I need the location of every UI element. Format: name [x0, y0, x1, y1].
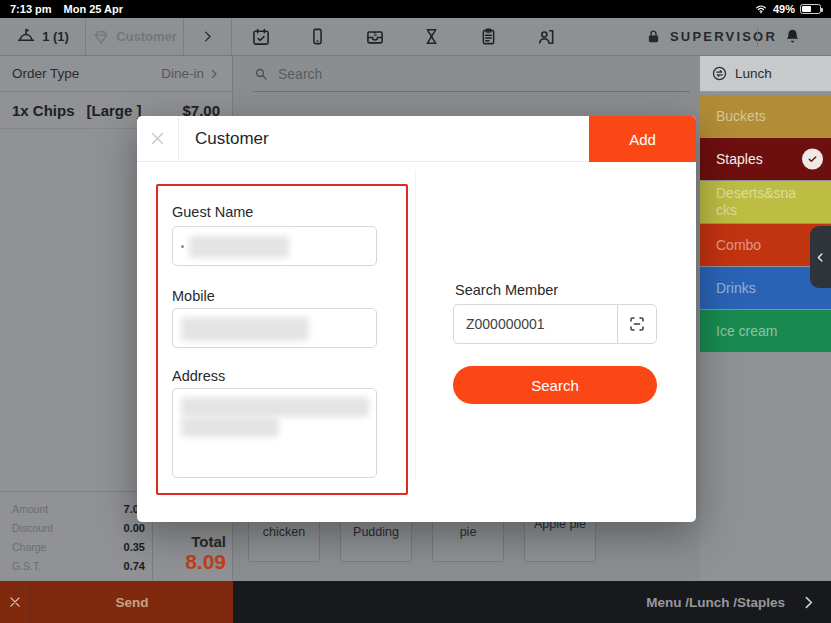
battery-icon [800, 4, 821, 14]
switch-menu-icon [711, 65, 728, 82]
send-button[interactable]: Send [31, 581, 233, 623]
reports-button[interactable] [460, 18, 517, 55]
clock: 7:13 pm [10, 3, 52, 15]
gem-icon [92, 28, 110, 46]
total-row-discount: Discount0.00 [0, 518, 152, 537]
cash-drawer-icon: $ [365, 27, 385, 47]
modal-title: Customer [195, 129, 269, 149]
redacted-text [181, 317, 309, 341]
status-bar: 7:13 pm Mon 25 Apr 49% [0, 0, 831, 18]
item-qty-name: 1x Chips [12, 102, 75, 119]
dish-cloche-icon [16, 27, 36, 47]
category-buckets[interactable]: Buckets [700, 95, 831, 137]
lock-icon [645, 28, 662, 45]
mobile-input[interactable] [172, 308, 377, 348]
send-section: Send [0, 581, 233, 623]
bell-icon [783, 27, 802, 46]
phone-icon [308, 27, 327, 46]
notifications-button[interactable] [772, 18, 812, 55]
covers-count: 1 (1) [42, 29, 69, 44]
member-search-button[interactable]: Search [453, 366, 657, 404]
menu-name: Lunch [735, 66, 772, 81]
member-button[interactable] [517, 18, 574, 55]
menu-selector[interactable]: Lunch [700, 56, 831, 92]
bottom-bar: Send Menu /Lunch /Staples [0, 581, 831, 623]
scan-icon [628, 315, 646, 333]
category-sidebar: Lunch Buckets Staples Deserts&snacks Com… [700, 56, 831, 580]
chevron-right-icon [800, 594, 817, 611]
modal-close-button[interactable] [137, 116, 179, 161]
member-card-icon [536, 27, 556, 47]
grand-total-label: Total [191, 533, 226, 550]
customer-tab-label: Customer [116, 29, 177, 44]
search-placeholder: Search [278, 66, 322, 82]
top-toolbar: 1 (1) Customer $ SUPERVISOR [0, 18, 831, 56]
redacted-text [181, 245, 184, 248]
guest-name-label: Guest Name [172, 204, 253, 220]
wifi-icon [754, 3, 768, 15]
customer-modal: Customer Add Guest Name Mobile Address S… [137, 116, 696, 522]
redacted-text [181, 397, 369, 417]
toolbar-divider [757, 27, 758, 47]
category-ice-cream[interactable]: Ice cream [700, 310, 831, 352]
selected-check-badge [802, 149, 823, 170]
device-button[interactable] [289, 18, 346, 55]
expand-tabs-button[interactable] [184, 18, 232, 55]
breadcrumb-next-button[interactable] [800, 581, 817, 623]
chevron-right-icon [200, 29, 215, 44]
category-staples[interactable]: Staples [700, 138, 831, 180]
customer-tab[interactable]: Customer [86, 18, 184, 55]
clear-order-button[interactable] [0, 581, 31, 623]
redacted-text [189, 236, 289, 258]
address-label: Address [172, 368, 225, 384]
date: Mon 25 Apr [64, 3, 124, 15]
guest-name-input[interactable] [172, 226, 377, 266]
close-icon [8, 595, 22, 609]
clipboard-icon [479, 27, 498, 46]
hourglass-icon [422, 27, 441, 46]
search-member-label: Search Member [455, 282, 558, 298]
current-user: SUPERVISOR [670, 29, 777, 44]
pending-orders-button[interactable] [403, 18, 460, 55]
search-icon [253, 66, 269, 82]
close-icon [149, 130, 166, 147]
modal-header: Customer Add [137, 116, 696, 162]
sidebar-collapse-handle[interactable] [810, 226, 831, 288]
chevron-right-icon [208, 68, 220, 80]
order-type-selector[interactable]: Order Type Dine-in [0, 56, 232, 92]
pos-screen: 7:13 pm Mon 25 Apr 49% 1 (1) Customer $ [0, 0, 831, 623]
breadcrumb: Menu /Lunch /Staples [646, 581, 785, 623]
redacted-text [181, 417, 279, 437]
total-row-amount: Amount7.00 [0, 499, 152, 518]
mobile-label: Mobile [172, 288, 215, 304]
total-row-gst: G.S.T.0.74 [0, 556, 152, 575]
add-customer-button[interactable]: Add [589, 116, 696, 162]
calendar-check-icon [251, 27, 271, 47]
scan-member-button[interactable] [617, 304, 657, 344]
address-input[interactable] [172, 388, 377, 478]
menu-search-input[interactable]: Search [233, 56, 700, 92]
total-row-charge: Charge0.35 [0, 537, 152, 556]
order-type-value: Dine-in [161, 66, 204, 81]
modal-column-divider [415, 170, 416, 480]
cash-drawer-button[interactable]: $ [346, 18, 403, 55]
check-icon [807, 154, 818, 165]
battery-percent: 49% [773, 3, 795, 15]
covers-tab[interactable]: 1 (1) [0, 18, 86, 55]
item-modifier: [Large ] [87, 102, 142, 119]
grand-total-value: 8.09 [185, 550, 226, 574]
chevron-left-icon [814, 251, 827, 264]
member-id-input[interactable] [453, 304, 617, 344]
reservations-button[interactable] [232, 18, 289, 55]
order-type-label: Order Type [12, 66, 79, 81]
category-deserts-snacks[interactable]: Deserts&snacks [700, 181, 831, 223]
